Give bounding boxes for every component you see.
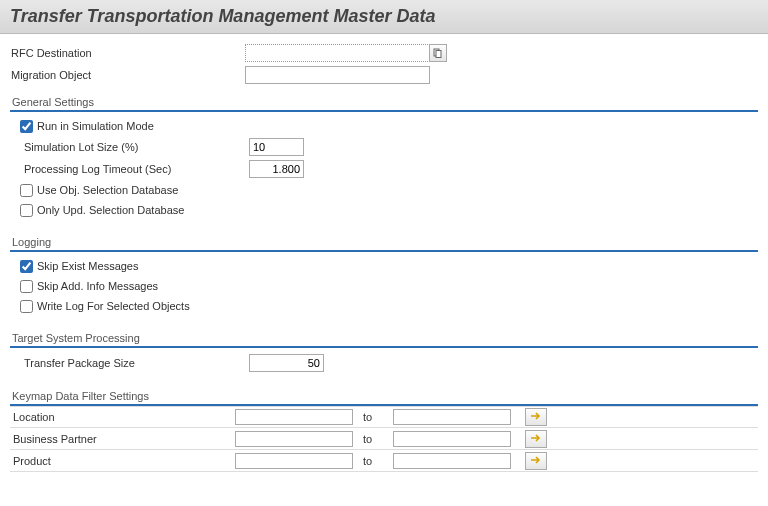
arrow-right-icon xyxy=(530,433,542,445)
multi-selection-button[interactable] xyxy=(525,452,547,470)
filter-row: Locationto xyxy=(10,406,758,428)
use-obj-db-label: Use Obj. Selection Database xyxy=(37,184,178,196)
logging-group: Logging Skip Exist Messages Skip Add. In… xyxy=(10,236,758,322)
rfc-destination-input[interactable] xyxy=(245,44,430,62)
page-title: Transfer Transportation Management Maste… xyxy=(10,6,435,26)
target-system-group: Target System Processing Transfer Packag… xyxy=(10,332,758,380)
multi-selection-button[interactable] xyxy=(525,408,547,426)
rfc-destination-label: RFC Destination xyxy=(10,47,245,59)
skip-exist-label: Skip Exist Messages xyxy=(37,260,138,272)
svg-rect-1 xyxy=(436,51,441,58)
package-size-input[interactable] xyxy=(249,354,324,372)
multi-selection-button[interactable] xyxy=(525,430,547,448)
rfc-destination-f4-button[interactable] xyxy=(429,44,447,62)
run-simulation-label: Run in Simulation Mode xyxy=(37,120,154,132)
package-size-label: Transfer Package Size xyxy=(14,357,249,369)
general-settings-group: General Settings Run in Simulation Mode … xyxy=(10,96,758,226)
filter-row: Business Partnerto xyxy=(10,428,758,450)
filter-from-input[interactable] xyxy=(235,453,353,469)
filter-from-input[interactable] xyxy=(235,409,353,425)
general-settings-title: General Settings xyxy=(10,96,758,110)
filter-to-label: to xyxy=(353,411,393,423)
filter-to-input[interactable] xyxy=(393,453,511,469)
timeout-input[interactable] xyxy=(249,160,304,178)
use-obj-db-checkbox[interactable] xyxy=(20,184,33,197)
skip-exist-checkbox[interactable] xyxy=(20,260,33,273)
only-upd-db-checkbox[interactable] xyxy=(20,204,33,217)
run-simulation-checkbox[interactable] xyxy=(20,120,33,133)
filter-to-input[interactable] xyxy=(393,431,511,447)
migration-object-label: Migration Object xyxy=(10,69,245,81)
arrow-right-icon xyxy=(530,411,542,423)
filter-to-label: to xyxy=(353,433,393,445)
lot-size-input[interactable] xyxy=(249,138,304,156)
filter-row: Productto xyxy=(10,450,758,472)
logging-title: Logging xyxy=(10,236,758,250)
filter-label: Location xyxy=(10,411,235,423)
keymap-filter-group: Keymap Data Filter Settings LocationtoBu… xyxy=(10,390,758,472)
skip-add-label: Skip Add. Info Messages xyxy=(37,280,158,292)
filter-to-input[interactable] xyxy=(393,409,511,425)
timeout-label: Processing Log Timeout (Sec) xyxy=(14,163,249,175)
filter-to-label: to xyxy=(353,455,393,467)
write-log-label: Write Log For Selected Objects xyxy=(37,300,190,312)
arrow-right-icon xyxy=(530,455,542,467)
filter-label: Product xyxy=(10,455,235,467)
filter-label: Business Partner xyxy=(10,433,235,445)
filter-from-input[interactable] xyxy=(235,431,353,447)
only-upd-db-label: Only Upd. Selection Database xyxy=(37,204,184,216)
search-help-icon xyxy=(433,48,443,58)
top-fields: RFC Destination Migration Object xyxy=(10,42,758,86)
migration-object-input[interactable] xyxy=(245,66,430,84)
lot-size-label: Simulation Lot Size (%) xyxy=(14,141,249,153)
keymap-filter-title: Keymap Data Filter Settings xyxy=(10,390,758,404)
write-log-checkbox[interactable] xyxy=(20,300,33,313)
target-system-title: Target System Processing xyxy=(10,332,758,346)
skip-add-checkbox[interactable] xyxy=(20,280,33,293)
